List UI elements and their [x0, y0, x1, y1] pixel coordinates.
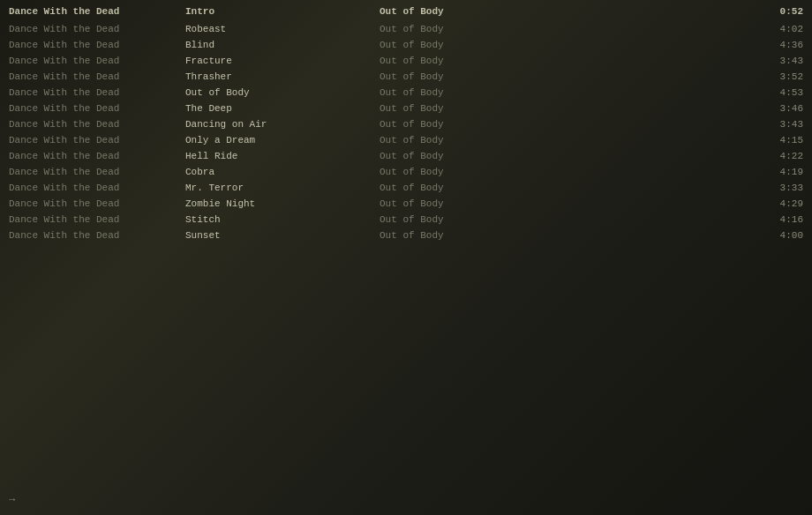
track-duration: 4:36 [750, 40, 803, 50]
header-title: Intro [185, 6, 380, 17]
track-artist: Dance With the Dead [9, 167, 185, 177]
table-row[interactable]: Dance With the DeadOnly a DreamOut of Bo… [0, 132, 812, 148]
header-album: Out of Body [380, 6, 750, 17]
track-title: Blind [185, 40, 380, 50]
track-title: Sunset [185, 230, 380, 241]
track-title: Dancing on Air [185, 119, 380, 130]
track-title: Hell Ride [185, 151, 380, 161]
track-artist: Dance With the Dead [9, 71, 185, 82]
table-row[interactable]: Dance With the DeadThe DeepOut of Body3:… [0, 101, 812, 116]
table-row[interactable]: Dance With the DeadBlindOut of Body4:36 [0, 37, 812, 53]
arrow-indicator: → [9, 494, 15, 506]
table-row[interactable]: Dance With the DeadHell RideOut of Body4… [0, 148, 812, 164]
track-album: Out of Body [380, 167, 750, 177]
table-row[interactable]: Dance With the DeadOut of BodyOut of Bod… [0, 85, 812, 101]
track-title: Thrasher [185, 71, 380, 82]
table-row[interactable]: Dance With the DeadStitchOut of Body4:16 [0, 212, 812, 228]
track-duration: 3:33 [750, 183, 803, 193]
table-row[interactable]: Dance With the DeadThrasherOut of Body3:… [0, 69, 812, 85]
track-duration: 4:53 [750, 87, 803, 98]
track-duration: 4:02 [750, 24, 803, 34]
track-artist: Dance With the Dead [9, 103, 185, 114]
track-title: Only a Dream [185, 135, 380, 146]
track-album: Out of Body [380, 40, 750, 50]
track-album: Out of Body [380, 183, 750, 193]
table-row[interactable]: Dance With the DeadCobraOut of Body4:19 [0, 164, 812, 180]
track-artist: Dance With the Dead [9, 230, 185, 241]
track-duration: 3:43 [750, 119, 803, 130]
table-row[interactable]: Dance With the DeadRobeastOut of Body4:0… [0, 21, 812, 37]
table-row[interactable]: Dance With the DeadSunsetOut of Body4:00 [0, 228, 812, 243]
track-title: Fracture [185, 56, 380, 66]
track-album: Out of Body [380, 71, 750, 82]
table-row[interactable]: Dance With the DeadZombie NightOut of Bo… [0, 196, 812, 212]
track-duration: 3:43 [750, 56, 803, 66]
track-duration: 3:52 [750, 71, 803, 82]
track-title: Cobra [185, 167, 380, 177]
track-album: Out of Body [380, 135, 750, 146]
track-album: Out of Body [380, 151, 750, 161]
track-title: Zombie Night [185, 198, 380, 209]
track-album: Out of Body [380, 56, 750, 66]
track-artist: Dance With the Dead [9, 40, 185, 50]
track-duration: 4:00 [750, 230, 803, 241]
track-artist: Dance With the Dead [9, 24, 185, 34]
track-title: Mr. Terror [185, 183, 380, 193]
track-title: Out of Body [185, 87, 380, 98]
table-row[interactable]: Dance With the DeadFractureOut of Body3:… [0, 53, 812, 69]
track-title: The Deep [185, 103, 380, 114]
track-duration: 4:19 [750, 167, 803, 177]
track-duration: 4:22 [750, 151, 803, 161]
track-artist: Dance With the Dead [9, 135, 185, 146]
track-duration: 3:46 [750, 103, 803, 114]
track-album: Out of Body [380, 87, 750, 98]
track-title: Stitch [185, 214, 380, 225]
track-artist: Dance With the Dead [9, 56, 185, 66]
track-album: Out of Body [380, 230, 750, 241]
track-artist: Dance With the Dead [9, 183, 185, 193]
track-artist: Dance With the Dead [9, 87, 185, 98]
track-duration: 4:15 [750, 135, 803, 146]
track-album: Out of Body [380, 103, 750, 114]
track-duration: 4:29 [750, 198, 803, 209]
track-list: Dance With the Dead Intro Out of Body 0:… [0, 0, 812, 247]
table-row[interactable]: Dance With the DeadDancing on AirOut of … [0, 116, 812, 132]
header-duration: 0:52 [750, 6, 803, 17]
track-duration: 4:16 [750, 214, 803, 225]
track-list-header: Dance With the Dead Intro Out of Body 0:… [0, 4, 812, 19]
track-artist: Dance With the Dead [9, 214, 185, 225]
track-album: Out of Body [380, 24, 750, 34]
table-row[interactable]: Dance With the DeadMr. TerrorOut of Body… [0, 180, 812, 196]
track-album: Out of Body [380, 214, 750, 225]
header-artist: Dance With the Dead [9, 6, 185, 17]
track-artist: Dance With the Dead [9, 198, 185, 209]
track-artist: Dance With the Dead [9, 151, 185, 161]
track-album: Out of Body [380, 198, 750, 209]
track-title: Robeast [185, 24, 380, 34]
track-album: Out of Body [380, 119, 750, 130]
track-artist: Dance With the Dead [9, 119, 185, 130]
tracks-container: Dance With the DeadRobeastOut of Body4:0… [0, 21, 812, 243]
